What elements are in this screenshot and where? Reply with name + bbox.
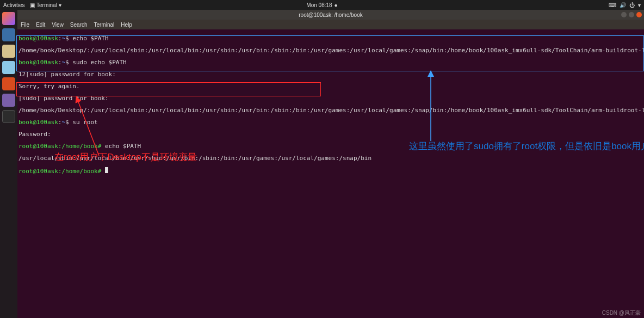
terminal-menubar: File Edit View Search Terminal Help (17, 20, 644, 29)
path-output: /home/book/Desktop/:/usr/local/sbin:/usr… (18, 107, 643, 113)
dock-thunderbird[interactable] (2, 28, 15, 41)
caret-down-icon: ▾ (638, 2, 641, 8)
cursor (105, 167, 108, 173)
menu-search[interactable]: Search (70, 22, 88, 28)
prompt-user: book@100ask (18, 35, 58, 42)
power-icon: ⏻ (629, 2, 635, 8)
dock-terminal[interactable] (2, 110, 15, 123)
path-output: /home/book/Desktop/:/usr/local/sbin:/usr… (18, 47, 643, 53)
ubuntu-dock (0, 10, 17, 318)
show-applications[interactable] (2, 299, 15, 313)
menu-terminal[interactable]: Terminal (94, 22, 115, 28)
menu-help[interactable]: Help (121, 22, 132, 28)
activities-button[interactable]: Activities (3, 2, 24, 8)
dock-files[interactable] (2, 45, 15, 58)
watermark: CSDN @风正豪 (602, 309, 641, 317)
minimize-button[interactable] (621, 12, 627, 17)
menu-edit[interactable]: Edit (36, 22, 45, 28)
maximize-button[interactable] (629, 12, 634, 17)
system-tray[interactable]: ⌨ 🔊 ⏻ ▾ (609, 2, 641, 8)
sound-icon: 🔊 (620, 2, 626, 8)
menu-file[interactable]: File (21, 22, 29, 28)
annotation-text-blue: 这里虽然使用了sudo拥有了root权限，但是依旧是book用户，所以环境变量中… (409, 140, 627, 153)
clock[interactable]: Mon 08:18 ● (306, 2, 337, 8)
menu-view[interactable]: View (52, 22, 64, 28)
terminal-icon: ▣ (30, 2, 35, 8)
dock-help[interactable] (2, 94, 15, 107)
annotation-arrow-blue (420, 70, 442, 141)
window-titlebar[interactable]: root@100ask: /home/book (17, 10, 644, 20)
dock-rhythmbox[interactable] (2, 61, 15, 74)
close-button[interactable] (636, 12, 642, 17)
terminal-window: root@100ask: /home/book File Edit View S… (17, 10, 644, 318)
dock-firefox[interactable] (2, 12, 15, 25)
dock-software[interactable] (2, 77, 15, 90)
notification-dot: ● (335, 2, 338, 8)
window-title: root@100ask: /home/book (299, 12, 362, 18)
gnome-topbar: Activities ▣ Terminal ▾ Mon 08:18 ● ⌨ 🔊 … (0, 0, 644, 10)
input-icon: ⌨ (609, 2, 616, 8)
app-indicator[interactable]: ▣ Terminal ▾ (30, 2, 61, 8)
terminal-content[interactable]: book@100ask:~$ echo $PATH /home/book/Des… (17, 29, 644, 318)
annotation-text-red: 在root用户下Desktop不是环境变量 (54, 151, 197, 164)
